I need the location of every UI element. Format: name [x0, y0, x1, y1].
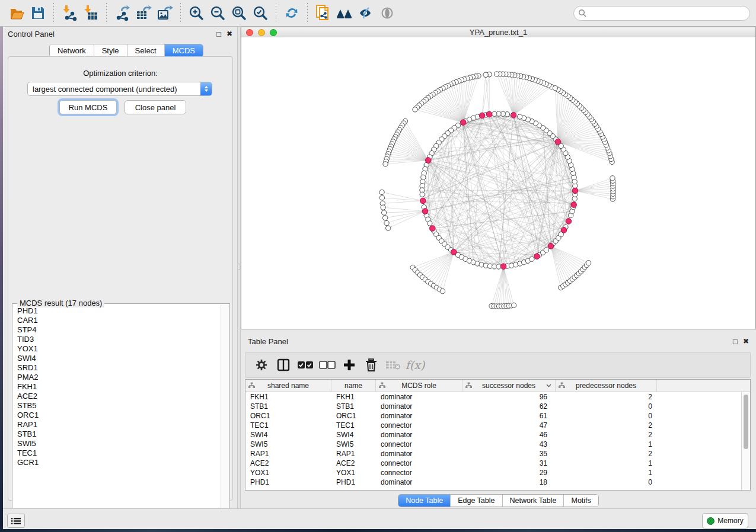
memory-button[interactable]: Memory — [702, 513, 748, 528]
tab-select[interactable]: Select — [127, 44, 165, 57]
mcds-result-item[interactable]: ORC1 — [17, 411, 221, 420]
table-cell: YOX1 — [245, 469, 331, 477]
mcds-hub-node[interactable] — [561, 227, 567, 233]
mcds-hub-node[interactable] — [486, 111, 492, 117]
mcds-hub-node[interactable] — [548, 243, 554, 249]
tab-network[interactable]: Network — [50, 44, 94, 57]
mcds-result-item[interactable]: GCR1 — [17, 458, 221, 467]
export-image-icon[interactable] — [156, 4, 174, 22]
open-file-icon[interactable] — [8, 4, 25, 22]
splitter-grip[interactable] — [238, 264, 240, 270]
table-row[interactable]: FKH1FKH1dominator962 — [245, 392, 750, 402]
column-header-MCDS-role[interactable]: MCDS role — [376, 380, 462, 392]
float-table-panel-icon[interactable]: □ — [733, 338, 738, 345]
mcds-hub-node[interactable] — [420, 198, 426, 204]
mcds-result-item[interactable]: STP4 — [17, 325, 221, 335]
close-panel-button[interactable]: Close panel — [125, 100, 186, 114]
deselect-all-icon[interactable] — [318, 356, 336, 374]
table-cell: RAP1 — [245, 450, 331, 458]
table-cell: 43 — [462, 440, 556, 448]
first-neighbors-icon[interactable] — [336, 4, 353, 22]
table-row[interactable]: ACE2ACE2connector311 — [245, 459, 750, 468]
table-scrollbar[interactable] — [741, 392, 750, 490]
hide-selected-icon[interactable] — [357, 4, 375, 22]
run-mcds-button[interactable]: Run MCDS — [59, 100, 117, 114]
mcds-result-item[interactable]: FKH1 — [17, 382, 221, 392]
export-network-icon[interactable] — [113, 4, 131, 22]
column-header-name[interactable]: name — [331, 380, 376, 392]
zoom-selected-icon[interactable] — [251, 4, 269, 22]
column-header-shared-name[interactable]: shared name — [245, 380, 331, 392]
table-row[interactable]: ORC1ORC1dominator610 — [245, 411, 750, 421]
table-row[interactable]: STB1STB1dominator620 — [245, 402, 750, 411]
mcds-hub-node[interactable] — [479, 113, 485, 118]
import-table-icon[interactable] — [82, 4, 100, 22]
mcds-hub-node[interactable] — [534, 254, 540, 259]
table-row[interactable]: PHD1PHD1dominator180 — [245, 477, 750, 487]
mcds-result-item[interactable]: ACE2 — [17, 392, 221, 401]
close-table-panel-icon[interactable]: ✖ — [743, 338, 749, 345]
zoom-out-icon[interactable] — [209, 4, 227, 22]
mcds-hub-node[interactable] — [451, 249, 457, 255]
tab-edge-table[interactable]: Edge Table — [451, 495, 502, 507]
mcds-hub-node[interactable] — [425, 158, 431, 164]
mcds-result-item[interactable]: STB1 — [17, 430, 221, 439]
split-table-icon[interactable] — [275, 356, 292, 374]
mcds-hub-node[interactable] — [511, 113, 516, 118]
network-canvas[interactable] — [241, 37, 755, 329]
table-row[interactable]: SWI5SWI5connector431 — [245, 440, 750, 449]
mcds-result-item[interactable]: TEC1 — [17, 448, 221, 458]
mcds-result-item[interactable]: TID3 — [17, 335, 221, 344]
mcds-result-item[interactable]: SRD1 — [17, 363, 221, 373]
mcds-hub-node[interactable] — [422, 209, 428, 214]
tab-style[interactable]: Style — [94, 44, 127, 57]
column-header-predecessor-nodes[interactable]: predecessor nodes — [556, 380, 657, 392]
mcds-hub-node[interactable] — [555, 139, 561, 145]
select-all-icon[interactable] — [296, 356, 314, 374]
import-network-icon[interactable] — [60, 4, 78, 22]
criterion-dropdown[interactable]: largest connected component (undirected) — [27, 82, 212, 96]
mcds-result-item[interactable]: SWI4 — [17, 354, 221, 363]
mcds-hub-node[interactable] — [500, 264, 506, 270]
mcds-hub-node[interactable] — [460, 120, 466, 126]
zoom-fit-icon[interactable] — [230, 4, 248, 22]
mcds-result-item[interactable]: PMA2 — [17, 373, 221, 382]
table-row[interactable]: SWI4SWI4dominator462 — [245, 430, 750, 440]
tab-motifs[interactable]: Motifs — [564, 495, 598, 507]
table-scrollbar-thumb[interactable] — [744, 395, 748, 449]
mcds-hub-node[interactable] — [572, 188, 578, 194]
close-panel-icon[interactable]: ✖ — [227, 30, 232, 37]
mcds-result-item[interactable]: STB5 — [17, 401, 221, 411]
table-row[interactable]: RAP1RAP1dominator352 — [245, 449, 750, 459]
add-column-icon[interactable] — [340, 356, 358, 374]
mcds-result-item[interactable]: PHD1 — [17, 306, 221, 316]
search-input[interactable] — [589, 8, 749, 18]
tab-network-table[interactable]: Network Table — [503, 495, 564, 507]
save-session-icon[interactable] — [29, 4, 47, 22]
mcds-result-item[interactable]: RAP1 — [17, 420, 221, 430]
task-history-button[interactable] — [7, 514, 25, 528]
mcds-result-item[interactable]: SWI5 — [17, 439, 221, 448]
table-cell: SWI5 — [245, 440, 331, 448]
mcds-result-item[interactable]: YOX1 — [17, 344, 221, 354]
mcds-hub-node[interactable] — [571, 202, 577, 208]
delete-column-icon[interactable] — [362, 356, 380, 374]
tab-node-table[interactable]: Node Table — [398, 495, 451, 507]
network-window-titlebar[interactable]: YPA_prune.txt_1 — [241, 27, 755, 38]
float-panel-icon[interactable]: □ — [216, 30, 221, 38]
mcds-hub-node[interactable] — [566, 219, 572, 225]
mcds-hub-node[interactable] — [429, 226, 435, 232]
column-header-successor-nodes[interactable]: successor nodes — [462, 380, 556, 392]
show-all-icon[interactable] — [378, 4, 396, 22]
export-table-icon[interactable] — [135, 4, 152, 22]
mcds-result-item[interactable]: CAR1 — [17, 316, 221, 325]
table-row[interactable]: TEC1TEC1connector472 — [245, 421, 750, 430]
refresh-icon[interactable] — [283, 4, 301, 22]
columns-settings-icon[interactable] — [253, 356, 270, 374]
table-row[interactable]: YOX1YOX1connector291 — [245, 468, 750, 477]
search-box[interactable] — [573, 6, 750, 21]
tab-mcds[interactable]: MCDS — [165, 44, 203, 57]
network-from-file-icon[interactable] — [314, 4, 332, 22]
mcds-result-scrollbar[interactable] — [221, 305, 229, 524]
zoom-in-icon[interactable] — [187, 4, 205, 22]
